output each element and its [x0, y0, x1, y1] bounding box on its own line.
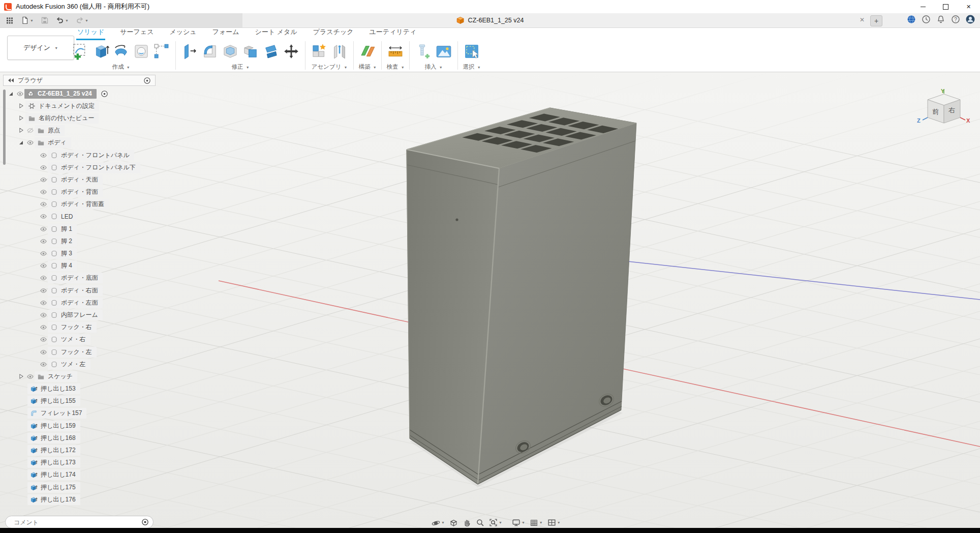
notifications-bell-icon[interactable] [936, 15, 945, 24]
visibility-eye-icon[interactable] [39, 200, 48, 208]
visibility-eye-icon[interactable] [25, 373, 35, 380]
case-model[interactable] [407, 108, 636, 487]
activate-component-radio[interactable] [101, 90, 108, 98]
collapse-arrow-icon[interactable] [16, 139, 25, 146]
ribbon-tab-サーフェス[interactable]: サーフェス [119, 27, 155, 40]
insert-canvas-icon[interactable] [434, 41, 454, 62]
tree-row-脚 1[interactable]: 脚 1 [0, 223, 168, 235]
group-label-挿入[interactable]: 挿入 ▼ [424, 63, 442, 71]
browser-scrollbar[interactable] [3, 90, 6, 165]
tree-row-ツメ・左[interactable]: ツメ・左 [0, 358, 168, 370]
expand-arrow-icon[interactable] [16, 127, 25, 134]
expand-arrow-icon[interactable] [16, 115, 25, 122]
tree-row-名前の付いたビュー[interactable]: 名前の付いたビュー [0, 112, 168, 124]
visibility-eye-icon[interactable] [39, 287, 48, 294]
comment-dot-button[interactable] [141, 518, 149, 526]
document-tab[interactable]: CZ-6EB1_1_25 v24 [456, 13, 524, 27]
tree-row-押し出し155[interactable]: 押し出し155 [0, 395, 168, 407]
group-label-アセンブリ[interactable]: アセンブリ ▼ [312, 63, 348, 71]
visibility-eye-icon[interactable] [39, 336, 48, 343]
document-tab-close-icon[interactable]: ✕ [858, 16, 866, 24]
grid-settings-icon[interactable]: ▼ [529, 517, 544, 528]
tree-row-ボディ・天面[interactable]: ボディ・天面 [0, 173, 168, 186]
orbit-icon[interactable]: ▼ [431, 517, 446, 528]
ribbon-tab-ソリッド[interactable]: ソリッド [76, 27, 105, 40]
group-label-修正[interactable]: 修正 ▼ [231, 63, 249, 71]
tree-row-押し出し174[interactable]: 押し出し174 [0, 469, 168, 481]
viewports-icon[interactable]: ▼ [546, 517, 562, 528]
tree-row-フック・左[interactable]: フック・左 [0, 346, 168, 358]
move-icon[interactable] [281, 41, 301, 62]
comment-bar[interactable] [5, 516, 154, 528]
ribbon-tab-ユーティリティ[interactable]: ユーティリティ [369, 27, 418, 40]
visibility-eye-icon[interactable] [39, 299, 48, 307]
visibility-eye-icon[interactable] [39, 250, 48, 257]
minimize-button[interactable] [911, 0, 934, 13]
tree-row-押し出し159[interactable]: 押し出し159 [0, 420, 168, 432]
tree-row-フィレット157[interactable]: フィレット157 [0, 407, 168, 420]
tree-row-押し出し176[interactable]: 押し出し176 [0, 493, 168, 506]
shell-icon[interactable] [220, 41, 240, 62]
pattern-icon[interactable] [151, 41, 172, 62]
ribbon-tab-フォーム[interactable]: フォーム [211, 27, 240, 40]
tree-row-脚 4[interactable]: 脚 4 [0, 260, 168, 272]
hole-icon[interactable] [131, 41, 151, 62]
visibility-eye-icon[interactable] [39, 348, 48, 356]
measure-icon[interactable] [385, 41, 406, 62]
revolve-icon[interactable] [111, 41, 131, 62]
split-body-icon[interactable] [261, 41, 281, 62]
tree-row-ドキュメントの設定[interactable]: ドキュメントの設定 [0, 100, 168, 112]
expand-arrow-icon[interactable] [16, 103, 25, 109]
tree-row-ボディ・右面[interactable]: ボディ・右面 [0, 284, 168, 297]
insert-fastener-icon[interactable] [413, 41, 434, 62]
extensions-globe-icon[interactable] [907, 15, 916, 24]
tree-row-脚 3[interactable]: 脚 3 [0, 247, 168, 259]
maximize-button[interactable] [934, 0, 957, 13]
visibility-eye-icon[interactable] [39, 238, 48, 245]
visibility-eye-icon[interactable] [39, 262, 48, 270]
tree-row-スケッチ[interactable]: スケッチ [0, 370, 168, 382]
visibility-eye-icon[interactable] [39, 323, 48, 331]
tree-row-押し出し168[interactable]: 押し出し168 [0, 432, 168, 444]
group-label-構築[interactable]: 構築 ▼ [358, 63, 376, 71]
group-label-選択[interactable]: 選択 ▼ [463, 63, 480, 71]
tree-row-脚 2[interactable]: 脚 2 [0, 235, 168, 247]
new-component-icon[interactable] [309, 41, 329, 62]
extrude-icon[interactable] [90, 41, 111, 62]
tree-row-LED[interactable]: LED [0, 211, 168, 223]
zoom-fit-icon[interactable]: ▼ [488, 517, 503, 528]
visibility-eye-icon[interactable] [15, 90, 24, 98]
visibility-eye-icon[interactable] [25, 139, 35, 146]
look-at-icon[interactable] [448, 517, 459, 528]
save-button[interactable] [38, 15, 51, 26]
browser-panel-header[interactable]: ブラウザ [3, 75, 156, 86]
press-pull-icon[interactable] [179, 41, 200, 62]
comment-input[interactable] [13, 518, 141, 526]
tree-row-フック・右[interactable]: フック・右 [0, 321, 168, 334]
tree-row-ボディ・背面[interactable]: ボディ・背面 [0, 186, 168, 198]
job-status-clock-icon[interactable] [922, 15, 931, 24]
tree-row-ボディ・フロントパネル[interactable]: ボディ・フロントパネル [0, 149, 168, 161]
redo-button[interactable]: ▼ [73, 15, 91, 26]
file-menu-button[interactable]: ▼ [18, 15, 36, 26]
visibility-eye-icon[interactable] [39, 188, 48, 196]
browser-collapse-icon[interactable] [8, 78, 15, 83]
tree-row-ボディ・左面[interactable]: ボディ・左面 [0, 297, 168, 309]
tree-row-ボディ・底面[interactable]: ボディ・底面 [0, 272, 168, 284]
tree-row-ボディ・背面蓋[interactable]: ボディ・背面蓋 [0, 198, 168, 211]
app-menu-button[interactable] [3, 15, 16, 26]
tree-row-ツメ・右[interactable]: ツメ・右 [0, 334, 168, 346]
visibility-eye-icon[interactable] [39, 361, 48, 368]
combine-icon[interactable] [240, 41, 261, 62]
fillet-icon[interactable] [200, 41, 220, 62]
tree-row-押し出し173[interactable]: 押し出し173 [0, 457, 168, 469]
tree-row-押し出し175[interactable]: 押し出し175 [0, 481, 168, 493]
zoom-icon[interactable] [475, 517, 485, 528]
tree-row-原点[interactable]: 原点 [0, 125, 168, 137]
tree-row-押し出し153[interactable]: 押し出し153 [0, 383, 168, 395]
tree-row-ボディ・フロントパネル下[interactable]: ボディ・フロントパネル下 [0, 161, 168, 173]
display-settings-icon[interactable]: ▼ [511, 517, 526, 528]
tree-row-内部フレーム[interactable]: 内部フレーム [0, 309, 168, 321]
visibility-eye-icon[interactable] [39, 176, 48, 184]
construction-plane-icon[interactable] [357, 41, 378, 62]
